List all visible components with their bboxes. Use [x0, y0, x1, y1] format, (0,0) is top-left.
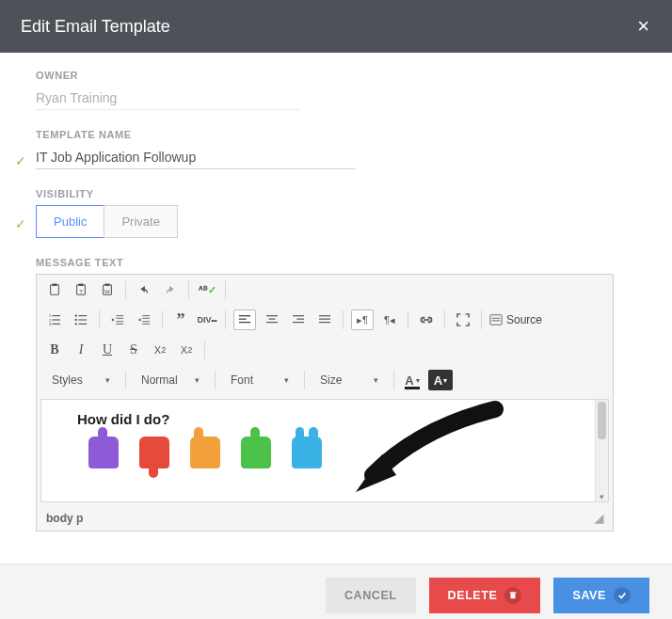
- align-left-icon[interactable]: [233, 310, 256, 330]
- angry-hand-icon[interactable]: [88, 436, 119, 468]
- toolbar-separator: [393, 371, 394, 389]
- visibility-segmented: Public Private: [36, 205, 651, 238]
- svg-point-16: [75, 323, 77, 325]
- toolbar-separator: [225, 280, 226, 299]
- italic-icon[interactable]: I: [71, 340, 91, 360]
- svg-rect-45: [510, 592, 517, 593]
- toolbar-separator: [481, 310, 482, 329]
- text-color-icon[interactable]: A▾: [402, 370, 423, 390]
- visibility-label: VISIBILITY: [36, 188, 651, 199]
- editor-element-path: body p ◢: [37, 506, 613, 531]
- toolbar-separator: [343, 310, 344, 329]
- bg-color-icon[interactable]: A▾: [428, 370, 453, 390]
- indent-icon[interactable]: [134, 310, 154, 330]
- outdent-icon[interactable]: [107, 310, 128, 330]
- toolbar-separator: [204, 341, 205, 359]
- svg-rect-3: [78, 283, 83, 286]
- toolbar-separator: [125, 280, 126, 299]
- thumbs-up-hand-icon[interactable]: [241, 436, 271, 468]
- paste-icon[interactable]: [44, 279, 65, 300]
- rich-text-editor: T W ᴬᴮ✓ 123 ” DIV▬: [36, 274, 614, 532]
- trash-icon: [504, 587, 521, 604]
- message-label: MESSAGE TEXT: [36, 257, 651, 268]
- undo-icon[interactable]: [134, 279, 154, 300]
- size-select[interactable]: Size▾: [312, 371, 386, 389]
- svg-rect-44: [511, 594, 516, 599]
- bold-icon[interactable]: B: [44, 340, 65, 360]
- div-block-icon[interactable]: DIV▬: [197, 310, 217, 330]
- font-select[interactable]: Font▾: [223, 371, 296, 389]
- save-button[interactable]: SAVE: [553, 578, 649, 613]
- toolbar-row-3: B I U S X2 X2: [37, 335, 613, 365]
- svg-rect-41: [490, 315, 502, 325]
- subscript-icon[interactable]: X2: [150, 340, 170, 360]
- thumbs-down-hand-icon[interactable]: [139, 436, 169, 468]
- maximize-icon[interactable]: [453, 310, 473, 330]
- owner-field: OWNER Ryan Training: [36, 70, 651, 110]
- svg-rect-1: [52, 283, 56, 286]
- toolbar-separator: [408, 310, 408, 329]
- cancel-button[interactable]: CANCEL: [326, 578, 416, 613]
- toolbar-separator: [444, 310, 445, 329]
- element-path-text: body p: [46, 512, 83, 525]
- svg-rect-40: [424, 319, 429, 321]
- spellcheck-icon[interactable]: ᴬᴮ✓: [197, 279, 217, 300]
- delete-label: DELETE: [448, 589, 498, 602]
- message-field: MESSAGE TEXT T W ᴬᴮ✓ 123: [36, 257, 651, 532]
- align-right-icon[interactable]: [288, 310, 309, 330]
- bullet-list-icon[interactable]: [71, 310, 91, 330]
- strike-icon[interactable]: S: [123, 340, 144, 360]
- point-hand-icon[interactable]: [190, 436, 220, 468]
- toolbar-separator: [125, 371, 126, 389]
- close-icon[interactable]: ×: [637, 14, 649, 39]
- paste-word-icon[interactable]: W: [97, 279, 118, 300]
- modal-title: Edit Email Template: [21, 17, 170, 37]
- resize-handle-icon[interactable]: ◢: [595, 512, 603, 525]
- svg-rect-0: [51, 285, 59, 295]
- ltr-icon[interactable]: ▸¶: [351, 310, 374, 330]
- toolbar-separator: [225, 310, 226, 329]
- scroll-down-icon[interactable]: ▾: [596, 492, 608, 501]
- toolbar-separator: [304, 371, 305, 389]
- align-center-icon[interactable]: [262, 310, 282, 330]
- numbered-list-icon[interactable]: 123: [44, 310, 65, 330]
- toolbar-row-2: 123 ” DIV▬ ▸¶ ¶◂: [37, 305, 613, 335]
- owner-label: OWNER: [36, 70, 651, 81]
- superscript-icon[interactable]: X2: [176, 340, 197, 360]
- source-button[interactable]: Source: [489, 313, 542, 326]
- styles-select[interactable]: Styles▾: [44, 371, 118, 389]
- rtl-icon[interactable]: ¶◂: [379, 310, 400, 330]
- editor-scrollbar[interactable]: ▾: [595, 400, 608, 501]
- scrollbar-thumb[interactable]: [598, 402, 606, 439]
- template-name-input[interactable]: [36, 146, 356, 169]
- delete-button[interactable]: DELETE: [429, 578, 541, 613]
- modal-header: Edit Email Template ×: [0, 0, 672, 53]
- align-justify-icon[interactable]: [314, 310, 335, 330]
- visibility-public-button[interactable]: Public: [36, 205, 104, 238]
- source-label: Source: [506, 313, 542, 326]
- template-name-field: ✓ TEMPLATE NAME: [36, 129, 651, 169]
- modal-body: OWNER Ryan Training ✓ TEMPLATE NAME ✓ VI…: [0, 53, 672, 547]
- toolbar-separator: [188, 280, 189, 299]
- redo-icon[interactable]: [160, 279, 181, 300]
- link-icon[interactable]: [416, 310, 437, 330]
- toolbar-separator: [215, 371, 216, 389]
- save-label: SAVE: [572, 589, 606, 602]
- svg-point-14: [75, 314, 77, 316]
- format-select[interactable]: Normal▾: [134, 371, 207, 389]
- check-icon: ✓: [15, 216, 26, 231]
- paste-text-icon[interactable]: T: [71, 279, 91, 300]
- content-heading: How did I do?: [60, 411, 589, 427]
- visibility-private-button[interactable]: Private: [104, 205, 177, 238]
- blockquote-icon[interactable]: ”: [170, 310, 191, 330]
- owner-value: Ryan Training: [36, 87, 299, 110]
- visibility-field: ✓ VISIBILITY Public Private: [36, 188, 651, 238]
- svg-rect-6: [104, 283, 109, 286]
- svg-point-15: [75, 319, 77, 321]
- underline-icon[interactable]: U: [97, 340, 118, 360]
- rock-on-hand-icon[interactable]: [292, 436, 322, 468]
- svg-text:3: 3: [49, 322, 52, 326]
- toolbar-separator: [162, 310, 163, 329]
- rating-row: [60, 436, 589, 468]
- editor-content[interactable]: How did I do? ▾: [40, 399, 609, 502]
